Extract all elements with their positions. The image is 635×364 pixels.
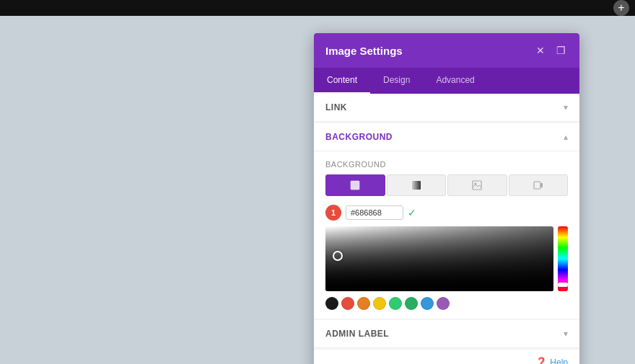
close-icon[interactable]: ✕ <box>533 43 548 58</box>
swatch-black[interactable] <box>325 297 338 310</box>
help-row: ❓ Help <box>314 350 579 364</box>
hue-handle[interactable] <box>558 283 568 287</box>
panel-title: Image Settings <box>325 45 403 57</box>
gradient-icon <box>411 180 421 190</box>
admin-label-section-header[interactable]: Admin Label ▾ <box>314 320 579 348</box>
gradient-handle[interactable] <box>333 251 343 261</box>
link-section-header[interactable]: Link ▾ <box>314 94 579 122</box>
link-chevron-icon: ▾ <box>564 102 568 112</box>
admin-label-section: Admin Label ▾ <box>314 320 579 348</box>
bg-type-image[interactable] <box>447 174 507 196</box>
background-type-buttons <box>325 174 568 196</box>
svg-rect-2 <box>473 181 481 190</box>
bg-type-gradient[interactable] <box>387 174 447 196</box>
background-label: Background <box>325 160 568 169</box>
swatch-dark-green[interactable] <box>405 297 418 310</box>
swatch-orange[interactable] <box>357 297 370 310</box>
admin-label-chevron-icon: ▾ <box>564 329 568 339</box>
background-chevron-icon: ▴ <box>564 132 568 142</box>
swatch-purple[interactable] <box>437 297 450 310</box>
expand-icon[interactable]: ❐ <box>553 43 568 58</box>
background-section-header[interactable]: Background ▴ <box>314 123 579 151</box>
color-hex-row: 1 ✓ <box>325 205 568 221</box>
plus-icon: + <box>618 1 624 14</box>
color-swatches <box>325 297 568 310</box>
swatch-red[interactable] <box>341 297 354 310</box>
bg-type-video[interactable] <box>509 174 569 196</box>
panel-header-actions: ✕ ❐ <box>533 43 568 58</box>
swatch-blue[interactable] <box>421 297 434 310</box>
hue-slider[interactable] <box>558 226 568 291</box>
svg-rect-4 <box>534 182 540 189</box>
background-section-title: Background <box>325 132 393 142</box>
swatch-green[interactable] <box>389 297 402 310</box>
image-icon <box>472 180 482 190</box>
panel-header: Image Settings ✕ ❐ <box>314 33 579 68</box>
main-area: Image Settings ✕ ❐ Content Design Advanc… <box>0 16 635 364</box>
bg-type-color[interactable] <box>325 174 385 196</box>
background-section: Background ▴ Background <box>314 123 579 319</box>
link-section: Link ▾ <box>314 94 579 122</box>
help-icon: ❓ <box>535 357 547 364</box>
color-picker-main <box>325 226 568 291</box>
top-bar: + <box>0 0 635 16</box>
panel-body: Link ▾ Background ▴ Background <box>314 94 579 364</box>
tab-advanced[interactable]: Advanced <box>423 68 487 94</box>
video-icon <box>533 180 543 190</box>
tab-content[interactable]: Content <box>314 68 370 94</box>
hex-confirm-icon[interactable]: ✓ <box>408 207 416 218</box>
svg-rect-0 <box>351 181 359 190</box>
image-settings-panel: Image Settings ✕ ❐ Content Design Advanc… <box>314 33 579 364</box>
link-section-title: Link <box>325 102 347 112</box>
panel-tabs: Content Design Advanced <box>314 68 579 94</box>
svg-rect-1 <box>412 181 421 190</box>
color-gradient-area[interactable] <box>325 226 553 291</box>
add-button[interactable]: + <box>613 0 629 16</box>
hex-input[interactable] <box>346 205 403 220</box>
help-label[interactable]: Help <box>550 358 568 365</box>
admin-label-title: Admin Label <box>325 329 389 339</box>
tab-design[interactable]: Design <box>370 68 423 94</box>
color-fill-icon <box>350 180 360 190</box>
swatch-yellow[interactable] <box>373 297 386 310</box>
step-badge: 1 <box>325 205 341 221</box>
background-section-content: Background <box>314 151 579 319</box>
